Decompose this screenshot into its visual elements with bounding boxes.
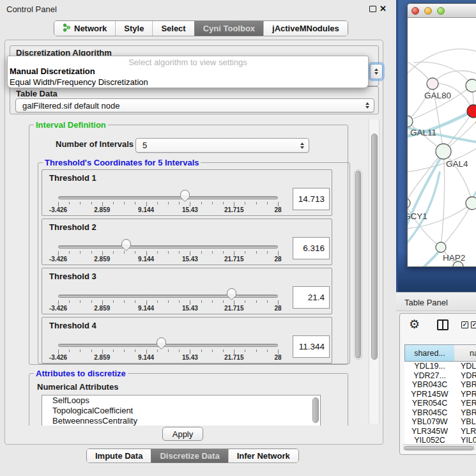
cell-shared-name[interactable]: YBL079W xyxy=(404,417,455,426)
columns-icon[interactable] xyxy=(437,319,449,330)
attribute-item-selfloops[interactable]: SelfLoops xyxy=(42,395,320,406)
table-row[interactable]: YDR27...YDR2 xyxy=(404,371,476,381)
cell-shared-name[interactable]: YDL19... xyxy=(404,362,455,371)
slider-thumb[interactable] xyxy=(156,337,167,353)
cell-shared-name[interactable]: YER054C xyxy=(404,399,455,408)
tab-jactivemnodules[interactable]: jActiveMNodules xyxy=(263,21,348,36)
table-horizontal-scrollbar[interactable] xyxy=(403,444,476,450)
tab-network[interactable]: Network xyxy=(54,21,115,36)
threshold-label: Threshold 3 xyxy=(49,272,96,281)
float-window-icon[interactable] xyxy=(369,6,376,12)
network-edge xyxy=(441,151,445,247)
tab-label: jActiveMNodules xyxy=(272,24,339,33)
gear-icon[interactable]: ⚙ xyxy=(409,317,420,332)
network-edge xyxy=(408,49,476,79)
cell-name[interactable]: YDL1 xyxy=(455,362,476,371)
tab-select[interactable]: Select xyxy=(152,21,194,36)
threshold-value-field[interactable]: 21.4 xyxy=(293,286,330,309)
threshold-scrollbar-thumb[interactable] xyxy=(355,171,361,358)
table-row[interactable]: YBR043CYBR0 xyxy=(404,380,476,390)
slider-thumb[interactable] xyxy=(121,238,132,254)
slider-tick xyxy=(223,300,224,303)
number-of-intervals-combobox[interactable]: 5 xyxy=(135,138,309,153)
checkbox-icon[interactable]: ✓ xyxy=(461,321,468,328)
slider-tick xyxy=(91,349,92,352)
network-edge xyxy=(408,183,476,229)
panel-scrollbar-thumb[interactable] xyxy=(371,134,378,360)
slider-tick-label: 9.144 xyxy=(138,206,154,213)
slider-track[interactable] xyxy=(58,295,278,298)
slider-track[interactable] xyxy=(58,245,278,249)
panel-scrollbar[interactable] xyxy=(369,119,380,424)
table-panel: ⚙ ✓ ✓ shared... na YDL19...YDL1YDR27...Y… xyxy=(399,313,476,455)
close-traffic-light[interactable] xyxy=(411,7,419,15)
tab-style[interactable]: Style xyxy=(115,21,152,36)
table-row[interactable]: YBR045CYBR0 xyxy=(404,408,476,418)
cell-shared-name[interactable]: YLR345W xyxy=(404,427,455,436)
cell-name[interactable]: YLR3 xyxy=(455,427,476,436)
algorithm-combobox-arrow-button[interactable] xyxy=(370,64,383,79)
algorithm-option-equal-width-frequency-discretization[interactable]: Equal Width/Frequency Discretization xyxy=(8,77,368,88)
slider-track[interactable] xyxy=(58,196,278,199)
network-window-titlebar[interactable] xyxy=(408,4,476,18)
cell-name[interactable]: YBL0 xyxy=(455,417,476,426)
cell-name[interactable]: YBR0 xyxy=(455,380,476,389)
combo-down-arrow-icon xyxy=(374,72,378,75)
table-row[interactable]: YER054CYER0 xyxy=(404,399,476,408)
network-node-GCY1[interactable] xyxy=(408,198,410,208)
threshold-value-field[interactable]: 11.344 xyxy=(293,335,330,358)
cell-name[interactable]: YER0 xyxy=(455,399,476,408)
checkbox-icon[interactable]: ✓ xyxy=(471,321,476,328)
close-icon[interactable]: ✕ xyxy=(380,4,387,13)
cell-name[interactable]: YDR2 xyxy=(455,371,476,380)
slider-tick xyxy=(278,349,279,354)
tab-cyni-toolbox[interactable]: Cyni Toolbox xyxy=(194,21,263,36)
slider-thumb[interactable] xyxy=(180,189,190,205)
slider-tick xyxy=(58,251,59,256)
cell-shared-name[interactable]: YBR045C xyxy=(404,408,455,417)
combo-arrows-icon xyxy=(365,102,369,109)
attribute-item-betweennesscentrality[interactable]: BetweennessCentrality xyxy=(42,416,320,426)
network-node-HAP2[interactable] xyxy=(436,242,446,252)
table-row[interactable]: YLR345WYLR3 xyxy=(404,427,476,436)
cell-shared-name[interactable]: YPR145W xyxy=(404,390,455,399)
column-header-name[interactable]: na xyxy=(454,344,476,362)
network-node-GAL80[interactable] xyxy=(427,78,438,89)
table-row[interactable]: YDL19...YDL1 xyxy=(404,362,476,371)
cell-shared-name[interactable]: YDR27... xyxy=(404,371,455,380)
apply-button[interactable]: Apply xyxy=(162,427,203,441)
slider-tick xyxy=(278,251,279,256)
slider-tick-label: 21.715 xyxy=(224,305,244,312)
table-row[interactable]: YBL079WYBL0 xyxy=(404,417,476,427)
zoom-traffic-light[interactable] xyxy=(437,7,445,15)
minimize-traffic-light[interactable] xyxy=(424,7,432,15)
network-node-label: GAL11 xyxy=(410,128,436,137)
tab-infer-network[interactable]: Infer Network xyxy=(228,449,298,463)
attributes-scrollbar-thumb[interactable] xyxy=(312,397,319,423)
column-header-shared-name[interactable]: shared... xyxy=(404,344,455,362)
threshold-value-field[interactable]: 14.713 xyxy=(293,188,330,210)
cell-name[interactable]: YPR1 xyxy=(455,390,476,399)
slider-track[interactable] xyxy=(58,344,278,347)
slider-tick-label: 28 xyxy=(274,354,281,361)
tab-impute-data[interactable]: Impute Data xyxy=(87,449,151,463)
network-node-C[interactable] xyxy=(467,105,476,118)
network-node-GA[interactable] xyxy=(466,79,476,92)
tab-discretize-data[interactable]: Discretize Data xyxy=(151,449,227,463)
network-canvas[interactable]: GAL80GACGAL11GAL4GCY1HHAP2 xyxy=(408,18,476,267)
cell-name[interactable]: YBR0 xyxy=(455,408,476,417)
algorithm-option-manual-discretization[interactable]: Manual Discretization xyxy=(8,66,368,77)
network-node-GAL4[interactable] xyxy=(436,144,451,159)
table-horizontal-scrollbar-thumb[interactable] xyxy=(404,446,474,450)
attribute-item-topologicalcoefficient[interactable]: TopologicalCoefficient xyxy=(42,406,320,416)
table-data-combobox[interactable]: galFiltered.sif default node xyxy=(15,98,374,112)
table-row[interactable]: YPR145WYPR1 xyxy=(404,390,476,399)
cell-shared-name[interactable]: YBR043C xyxy=(404,380,455,389)
threshold-value-field[interactable]: 6.316 xyxy=(293,237,330,259)
network-icon xyxy=(63,23,71,34)
threshold-scrollbar[interactable] xyxy=(354,169,362,360)
slider-tick xyxy=(168,300,169,303)
network-node-H[interactable] xyxy=(466,197,476,210)
network-node-label: GCY1 xyxy=(408,211,427,221)
slider-thumb[interactable] xyxy=(226,288,237,303)
